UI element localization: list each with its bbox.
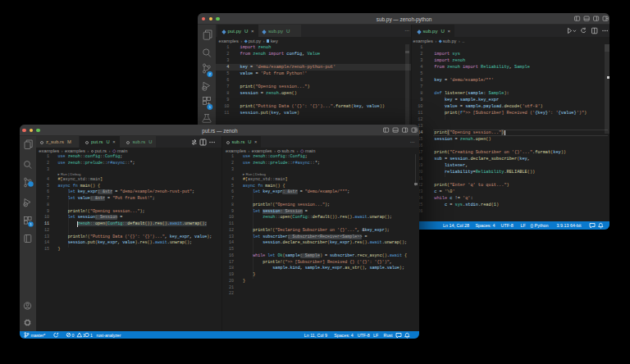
svg-text:rust-analyzer: rust-analyzer [97, 333, 121, 338]
svg-text:master*: master* [31, 333, 46, 338]
svg-text:1: 1 [90, 333, 93, 338]
svg-text:0: 0 [72, 333, 75, 338]
svg-text:1: 1 [83, 333, 85, 338]
